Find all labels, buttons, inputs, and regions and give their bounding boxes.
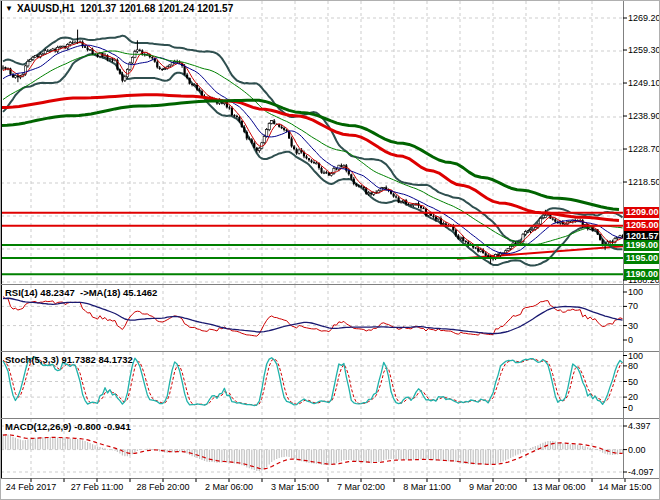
stoch-panel xyxy=(1,352,623,419)
candle-body xyxy=(305,156,307,158)
candle-body xyxy=(487,255,489,256)
candle-body xyxy=(201,91,203,96)
main-chart-panel xyxy=(1,1,626,285)
candle-body xyxy=(139,50,141,51)
candle-body xyxy=(52,49,54,50)
candle-body xyxy=(398,198,400,203)
candle-body xyxy=(554,219,556,221)
candle-body xyxy=(497,254,499,255)
candle-body xyxy=(400,202,402,203)
candle-body xyxy=(323,172,325,173)
candle-body xyxy=(266,130,268,137)
candle-body xyxy=(510,246,512,248)
candle-body xyxy=(186,75,188,78)
candle-body xyxy=(273,121,275,124)
candle-body xyxy=(159,68,161,70)
candle-body xyxy=(283,128,285,130)
candle-body xyxy=(455,230,457,235)
candle-body xyxy=(131,58,133,64)
candle-body xyxy=(194,85,196,86)
candle-body xyxy=(291,138,293,146)
candle-body xyxy=(111,59,113,61)
candle-body xyxy=(27,61,29,66)
candle-body xyxy=(161,69,163,70)
candle-body xyxy=(407,204,409,205)
candle-body xyxy=(14,76,16,78)
candle-body xyxy=(44,51,46,54)
candle-body xyxy=(315,163,317,164)
candle-body xyxy=(313,162,315,163)
candle-body xyxy=(460,237,462,239)
candle-body xyxy=(233,115,235,116)
candle-body xyxy=(17,76,19,78)
candle-body xyxy=(191,84,193,85)
candle-body xyxy=(365,188,367,194)
candle-body xyxy=(432,216,434,217)
candle-body xyxy=(156,62,158,68)
candle-body xyxy=(29,59,31,61)
candle-body xyxy=(293,146,295,149)
candle-body xyxy=(594,229,596,230)
candle-body xyxy=(412,204,414,205)
candle-body xyxy=(278,124,280,126)
candle-body xyxy=(340,165,342,167)
candle-body xyxy=(236,116,238,117)
candle-body xyxy=(437,218,439,220)
macd-histogram xyxy=(3,434,623,471)
candle-body xyxy=(442,224,444,225)
candle-body xyxy=(529,230,531,231)
candle-body xyxy=(69,43,71,45)
candle-body xyxy=(96,55,98,57)
candle-body xyxy=(602,240,604,245)
candle-body xyxy=(243,127,245,132)
candle-body xyxy=(370,193,372,195)
candle-body xyxy=(109,59,111,60)
candle-body xyxy=(164,69,166,70)
candle-body xyxy=(151,57,153,58)
candle-body xyxy=(477,248,479,251)
candle-body xyxy=(246,132,248,139)
macd-panel xyxy=(1,419,623,479)
rsi-panel xyxy=(1,285,623,352)
candle-body xyxy=(119,69,121,73)
candle-body xyxy=(524,232,526,235)
candle-body xyxy=(256,148,258,151)
candle-body xyxy=(72,43,74,44)
candle-body xyxy=(542,218,544,219)
candle-body xyxy=(238,117,240,121)
candle-body xyxy=(410,205,412,206)
candle-body xyxy=(507,248,509,250)
candle-body xyxy=(325,172,327,173)
axis-layer xyxy=(1,1,660,482)
candle-body xyxy=(62,46,64,47)
candle-body xyxy=(335,168,337,169)
candle-body xyxy=(616,238,618,239)
candle-body xyxy=(231,108,233,115)
candle-body xyxy=(480,250,482,252)
candle-body xyxy=(599,234,601,240)
candle-body xyxy=(457,236,459,239)
candle-body xyxy=(263,136,265,142)
candle-body xyxy=(527,231,529,232)
candle-body xyxy=(296,149,298,153)
candle-body xyxy=(544,215,546,217)
candle-body xyxy=(547,215,549,216)
candle-body xyxy=(286,130,288,131)
candle-body xyxy=(395,196,397,197)
candle-body xyxy=(47,51,49,52)
candle-body xyxy=(171,63,173,65)
candle-body xyxy=(268,124,270,130)
candle-body xyxy=(124,77,126,81)
candle-body xyxy=(350,174,352,178)
chart-canvas[interactable] xyxy=(1,1,660,500)
candle-body xyxy=(4,67,6,69)
candle-body xyxy=(607,242,609,244)
candle-body xyxy=(34,56,36,58)
candle-body xyxy=(514,243,516,244)
candle-body xyxy=(121,74,123,81)
candle-body xyxy=(358,186,360,187)
candle-body xyxy=(355,184,357,186)
candle-body xyxy=(37,56,39,58)
candle-body xyxy=(136,50,138,52)
candle-body xyxy=(298,150,300,153)
